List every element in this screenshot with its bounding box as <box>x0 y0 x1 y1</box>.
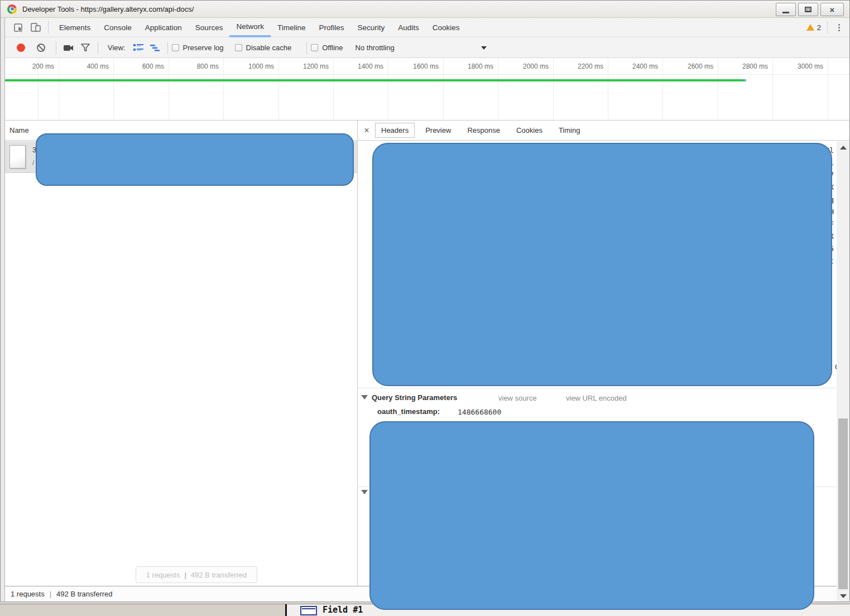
camera-icon <box>63 44 74 52</box>
devtools-tab-bar: Elements Console Application Sources Net… <box>5 18 849 37</box>
ruler-tick: 2200 ms <box>570 62 603 70</box>
disable-cache-label[interactable]: Disable cache <box>246 44 292 52</box>
chrome-logo-icon <box>7 4 17 14</box>
tab-response[interactable]: Response <box>462 123 506 137</box>
window-controls: × <box>776 3 844 16</box>
toolbar-separator <box>306 42 307 54</box>
tab-application[interactable]: Application <box>138 18 189 37</box>
tab-headers[interactable]: Headers <box>375 123 415 138</box>
console-warnings-button[interactable]: 2 <box>806 23 821 32</box>
preserve-log-label[interactable]: Preserve log <box>183 44 224 52</box>
scrollbar-thumb[interactable] <box>838 418 848 589</box>
redaction-box <box>36 133 354 186</box>
view-source-link[interactable]: view source <box>498 394 537 402</box>
field-widget-icon <box>300 606 317 615</box>
ruler-tick: 3000 ms <box>790 62 823 70</box>
view-label: View: <box>108 44 126 52</box>
ruler-tick: 200 ms <box>21 62 54 70</box>
devtools-menu-button[interactable] <box>832 24 846 31</box>
device-toolbar-button[interactable] <box>27 20 44 35</box>
redaction-box <box>372 143 832 386</box>
throttling-caret-icon[interactable] <box>481 46 487 50</box>
collapse-triangle-icon[interactable] <box>361 490 368 494</box>
summary-separator: | <box>184 571 186 579</box>
param-value: 1486668600 <box>458 408 501 416</box>
window-left-edge <box>1 18 5 601</box>
close-details-button[interactable]: × <box>361 126 373 136</box>
status-separator: | <box>50 590 51 598</box>
tab-timing[interactable]: Timing <box>553 123 586 137</box>
tab-sources[interactable]: Sources <box>189 18 230 37</box>
throttling-select[interactable]: No throttling <box>356 44 395 52</box>
details-tab-bar: × Headers Preview Response Cookies Timin… <box>358 121 849 141</box>
minimize-button[interactable] <box>776 3 796 16</box>
tab-elements[interactable]: Elements <box>52 18 97 37</box>
tab-security[interactable]: Security <box>350 18 391 37</box>
summary-requests: 1 requests <box>146 571 180 579</box>
tab-timeline[interactable]: Timeline <box>271 18 313 37</box>
tab-preview[interactable]: Preview <box>420 123 457 137</box>
ruler-tick: 1400 ms <box>350 62 383 70</box>
view-url-encoded-link[interactable]: view URL encoded <box>566 394 627 402</box>
close-icon: × <box>830 6 835 14</box>
clear-requests-button[interactable] <box>37 44 45 52</box>
tab-audits[interactable]: Audits <box>391 18 426 37</box>
close-button[interactable]: × <box>820 3 844 16</box>
toolbar-separator <box>827 21 828 33</box>
requests-panel: Name 3 / 1 requests | 492 B transferred <box>5 121 357 586</box>
query-string-section-title[interactable]: Query String Parameters <box>372 393 457 402</box>
tab-console[interactable]: Console <box>97 18 138 37</box>
inspect-element-button[interactable] <box>11 20 27 35</box>
toolbar-separator <box>48 21 49 33</box>
toolbar-separator <box>56 42 56 54</box>
toolbar-separator <box>98 42 98 54</box>
capture-screenshots-button[interactable] <box>60 40 77 56</box>
scroll-down-icon[interactable] <box>840 594 847 598</box>
summary-transferred: 492 B transferred <box>191 571 247 579</box>
offline-label[interactable]: Offline <box>322 44 343 52</box>
timeline-ruler: 200 ms 400 ms 600 ms 800 ms 1000 ms 1200… <box>5 58 849 121</box>
ruler-tick: 2600 ms <box>680 62 713 70</box>
offline-checkbox[interactable] <box>311 44 318 51</box>
ruler-tick: 800 ms <box>185 62 219 70</box>
ruler-tick: 2800 ms <box>734 62 768 70</box>
document-icon <box>9 145 26 169</box>
tab-network[interactable]: Network <box>229 18 271 37</box>
timeline-domcontent-marker <box>744 79 746 81</box>
filter-button[interactable] <box>77 40 94 56</box>
restore-icon <box>805 7 811 12</box>
ruler-tick: 2400 ms <box>625 62 658 70</box>
show-waterfall-toggle[interactable] <box>147 40 164 56</box>
section-divider <box>358 388 849 388</box>
large-rows-toggle[interactable] <box>130 40 147 56</box>
kebab-dot <box>838 27 840 28</box>
ruler-divider <box>5 74 849 75</box>
preserve-log-checkbox[interactable] <box>172 44 179 51</box>
ruler-tick: 600 ms <box>131 62 164 70</box>
ruler-tick: 1200 ms <box>295 62 329 70</box>
ruler-tick: 1600 ms <box>405 62 439 70</box>
ruler-tick: 2000 ms <box>515 62 549 70</box>
kebab-dot <box>838 30 840 31</box>
tab-cookies[interactable]: Cookies <box>511 123 548 137</box>
toolbar-separator <box>167 42 168 54</box>
tab-profiles[interactable]: Profiles <box>312 18 350 37</box>
inspect-cursor-icon <box>13 22 25 33</box>
window-title: Developer Tools - https://gallery.altery… <box>22 5 194 13</box>
redaction-box <box>369 421 814 610</box>
disable-cache-checkbox[interactable] <box>235 44 242 51</box>
warning-count: 2 <box>817 23 821 32</box>
network-toolbar: View: Preserve log Disable cache Offline… <box>5 38 849 58</box>
collapse-triangle-icon[interactable] <box>361 395 368 400</box>
restore-button[interactable] <box>798 3 818 16</box>
record-button[interactable] <box>17 44 25 52</box>
scroll-up-icon[interactable] <box>840 146 847 150</box>
details-scrollbar[interactable] <box>837 141 849 601</box>
param-name: oauth_timestamp: <box>377 407 440 416</box>
chrome-logo-ring <box>9 7 15 12</box>
tab-cookies[interactable]: Cookies <box>426 18 467 37</box>
page-strip-left <box>0 604 285 616</box>
chrome-logo-center <box>11 7 14 11</box>
timeline-load-bar <box>5 79 744 81</box>
ruler-tick: 1800 ms <box>460 62 493 70</box>
